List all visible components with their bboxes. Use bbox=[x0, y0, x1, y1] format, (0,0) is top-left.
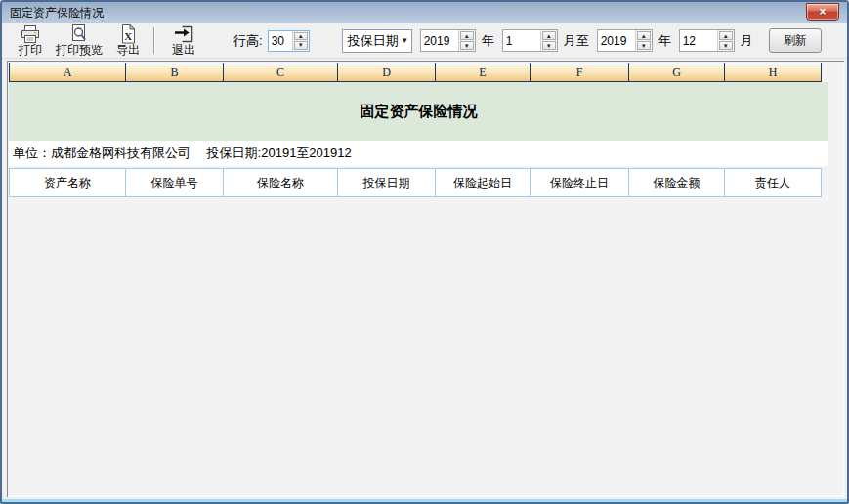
end-month-suffix-label: 月 bbox=[741, 32, 753, 50]
spinner-up-icon[interactable]: ▲ bbox=[542, 31, 556, 40]
exit-button[interactable]: 退出 bbox=[165, 23, 202, 58]
start-month-value: 1 bbox=[503, 30, 540, 51]
column-header-g[interactable]: G bbox=[628, 63, 725, 82]
column-header-h[interactable]: H bbox=[724, 63, 822, 82]
toolbar-separator bbox=[153, 27, 154, 54]
column-header-c[interactable]: C bbox=[223, 63, 338, 82]
table-header-policy-number: 保险单号 bbox=[125, 168, 224, 197]
column-header-f[interactable]: F bbox=[530, 63, 629, 82]
row-height-spinner-arrows: ▲ ▼ bbox=[292, 31, 309, 51]
print-preview-button-label: 打印预览 bbox=[56, 44, 103, 57]
end-month-spinner[interactable]: 12 ▲ ▼ bbox=[679, 29, 735, 52]
table-header-start-date: 保险起始日 bbox=[435, 168, 531, 197]
close-icon: × bbox=[819, 6, 826, 18]
start-year-spinner-arrows: ▲ ▼ bbox=[458, 30, 475, 51]
table-header-insurance-name: 保险名称 bbox=[223, 168, 338, 197]
column-header-a[interactable]: A bbox=[9, 63, 126, 82]
close-button[interactable]: × bbox=[806, 3, 839, 21]
spinner-down-icon[interactable]: ▼ bbox=[460, 41, 474, 50]
print-preview-button[interactable]: 打印预览 bbox=[49, 23, 109, 58]
date-type-dropdown[interactable]: 投保日期 ▼ bbox=[342, 29, 412, 53]
refresh-button[interactable]: 刷新 bbox=[769, 28, 822, 53]
column-header-b[interactable]: B bbox=[125, 63, 224, 82]
end-year-suffix-label: 年 bbox=[658, 32, 671, 50]
table-header-end-date: 保险终止日 bbox=[530, 168, 629, 197]
print-preview-icon bbox=[69, 24, 89, 44]
column-header-d[interactable]: D bbox=[337, 63, 436, 82]
toolbar: 打印 打印预览 X 导出 bbox=[2, 23, 847, 59]
end-year-value: 2019 bbox=[598, 30, 635, 51]
spinner-up-icon[interactable]: ▲ bbox=[460, 31, 474, 40]
report-title-row: 固定资产保险情况 bbox=[9, 82, 828, 141]
svg-text:X: X bbox=[124, 30, 132, 42]
start-year-spinner[interactable]: 2019 ▲ ▼ bbox=[420, 29, 476, 52]
range-connector-label: 月至 bbox=[564, 32, 589, 50]
start-month-spinner[interactable]: 1 ▲ ▼ bbox=[502, 29, 558, 52]
chevron-down-icon: ▼ bbox=[399, 36, 411, 45]
spinner-up-icon[interactable]: ▲ bbox=[637, 31, 651, 40]
start-month-spinner-arrows: ▲ ▼ bbox=[540, 30, 557, 51]
row-height-value: 30 bbox=[269, 31, 292, 51]
start-year-value: 2019 bbox=[421, 30, 458, 51]
spinner-down-icon[interactable]: ▼ bbox=[637, 41, 651, 50]
end-year-spinner[interactable]: 2019 ▲ ▼ bbox=[597, 29, 653, 52]
table-header-responsible-person: 责任人 bbox=[724, 168, 822, 197]
end-month-value: 12 bbox=[680, 30, 717, 51]
column-header-e[interactable]: E bbox=[435, 63, 531, 82]
spinner-up-icon[interactable]: ▲ bbox=[294, 32, 308, 41]
column-letter-header-row: A B C D E F G H bbox=[9, 63, 828, 82]
export-button[interactable]: X 导出 bbox=[109, 23, 147, 58]
table-header-asset-name: 资产名称 bbox=[9, 168, 126, 197]
end-year-spinner-arrows: ▲ ▼ bbox=[635, 30, 652, 51]
start-year-suffix-label: 年 bbox=[482, 32, 494, 50]
spinner-down-icon[interactable]: ▼ bbox=[542, 41, 556, 50]
date-type-value: 投保日期 bbox=[343, 32, 399, 50]
export-button-label: 导出 bbox=[116, 44, 140, 57]
table-header-row: 资产名称 保险单号 保险名称 投保日期 保险起始日 保险终止日 保险金额 责任人 bbox=[9, 168, 828, 197]
window-title: 固定资产保险情况 bbox=[10, 5, 806, 21]
end-month-spinner-arrows: ▲ ▼ bbox=[717, 30, 734, 51]
unit-info-text: 单位：成都金格网科技有限公司 投保日期:20191至201912 bbox=[13, 145, 352, 162]
row-height-spinner[interactable]: 30 ▲ ▼ bbox=[268, 30, 310, 52]
spinner-up-icon[interactable]: ▲ bbox=[719, 31, 733, 40]
print-button[interactable]: 打印 bbox=[12, 23, 49, 58]
row-height-label: 行高: bbox=[233, 32, 263, 50]
title-bar: 固定资产保险情况 × bbox=[2, 2, 847, 23]
spinner-down-icon[interactable]: ▼ bbox=[719, 41, 733, 50]
exit-icon bbox=[173, 24, 194, 44]
spinner-down-icon[interactable]: ▼ bbox=[294, 41, 308, 50]
table-header-insured-date: 投保日期 bbox=[337, 168, 436, 197]
table-header-insured-amount: 保险金额 bbox=[628, 168, 725, 197]
printer-icon bbox=[20, 24, 41, 44]
print-button-label: 打印 bbox=[19, 44, 42, 57]
report-title: 固定资产保险情况 bbox=[361, 103, 478, 121]
exit-button-label: 退出 bbox=[172, 44, 195, 57]
unit-info-row: 单位：成都金格网科技有限公司 投保日期:20191至201912 bbox=[9, 141, 828, 166]
export-excel-icon: X bbox=[119, 24, 137, 44]
app-window: 固定资产保险情况 × 打印 bbox=[0, 0, 849, 504]
report-grid: A B C D E F G H 固定资产保险情况 单位：成都金格网科技有限公司 … bbox=[7, 61, 844, 497]
